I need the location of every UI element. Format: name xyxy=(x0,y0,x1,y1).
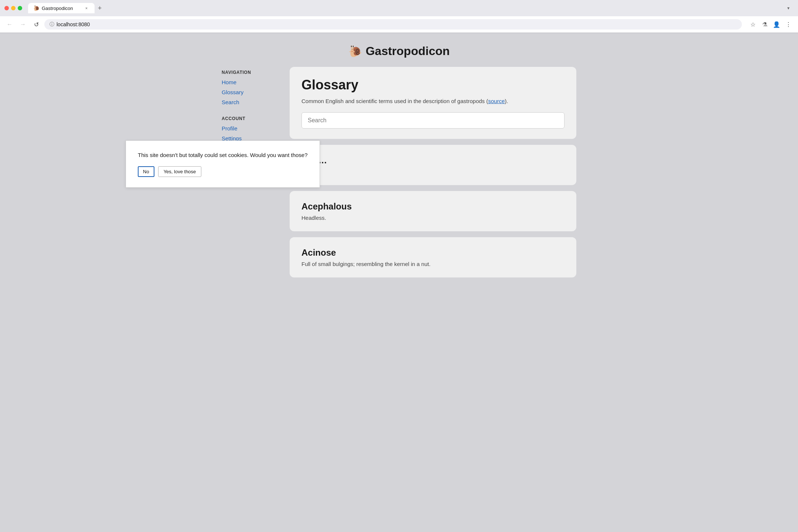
profile-button[interactable]: 👤 xyxy=(771,19,782,30)
tab-title: Gastropodicon xyxy=(42,6,73,11)
glossary-term: Aba… xyxy=(301,155,565,166)
experiments-button[interactable]: ⚗ xyxy=(760,19,770,30)
glossary-definition-acephalous: Headless. xyxy=(301,215,565,221)
browser-titlebar: 🐌 Gastropodicon × + ▾ xyxy=(0,0,798,16)
glossary-page-title: Glossary xyxy=(301,77,565,93)
url-input[interactable] xyxy=(57,21,737,27)
nav-section-account-label: ACCOUNT xyxy=(222,116,281,121)
source-link[interactable]: source xyxy=(488,98,505,104)
traffic-lights xyxy=(4,6,22,10)
snail-icon: 🐌 xyxy=(348,45,362,58)
tab-close-icon[interactable]: × xyxy=(83,5,89,11)
new-tab-button[interactable]: + xyxy=(95,3,105,13)
sidebar-item-home[interactable]: Home xyxy=(222,77,281,87)
nav-section-account: ACCOUNT Profile Settings xyxy=(222,116,281,143)
tab-favicon: 🐌 xyxy=(33,5,40,11)
sidebar-item-profile[interactable]: Profile xyxy=(222,123,281,133)
reload-button[interactable]: ↺ xyxy=(31,19,41,30)
nav-section-navigation-label: NAVIGATION xyxy=(222,70,281,75)
tab-dropdown-button[interactable]: ▾ xyxy=(783,3,794,13)
glossary-definition-acinose: Full of small bulgings; resembling the k… xyxy=(301,261,565,267)
glossary-header-card: Glossary Common English and scientific t… xyxy=(290,67,576,139)
glossary-entry-card-acinose: Acinose Full of small bulgings; resembli… xyxy=(290,237,576,277)
glossary-description-text: Common English and scientific terms used… xyxy=(301,98,488,104)
cookie-yes-button[interactable]: Yes, love those xyxy=(158,166,202,177)
site-name: Gastropodicon xyxy=(366,44,450,58)
active-tab[interactable]: 🐌 Gastropodicon × xyxy=(28,3,95,13)
cookie-no-button[interactable]: No xyxy=(138,166,154,177)
nav-section-navigation: NAVIGATION Home Glossary Search xyxy=(222,70,281,107)
sidebar-item-search[interactable]: Search xyxy=(222,97,281,107)
glossary-search-input[interactable] xyxy=(301,112,565,129)
site-title: 🐌 Gastropodicon xyxy=(222,44,576,58)
sidebar-item-glossary[interactable]: Glossary xyxy=(222,87,281,97)
maximize-button[interactable] xyxy=(18,6,22,10)
site-header: 🐌 Gastropodicon xyxy=(222,44,576,58)
minimize-button[interactable] xyxy=(11,6,16,10)
glossary-term-acephalous: Acephalous xyxy=(301,201,565,212)
address-bar[interactable]: ⓘ xyxy=(44,19,742,30)
glossary-term-acinose: Acinose xyxy=(301,248,565,258)
tab-bar: 🐌 Gastropodicon × + ▾ xyxy=(28,3,794,13)
menu-button[interactable]: ⋮ xyxy=(783,19,794,30)
back-button[interactable]: ← xyxy=(4,19,15,30)
glossary-entry-card: Aba… Away… xyxy=(290,145,576,185)
bookmark-button[interactable]: ☆ xyxy=(748,19,758,30)
browser-chrome: 🐌 Gastropodicon × + ▾ ← → ↺ ⓘ ☆ ⚗ 👤 ⋮ xyxy=(0,0,798,33)
close-button[interactable] xyxy=(4,6,9,10)
cookie-dialog: This site doesn't but totally could set … xyxy=(126,140,320,188)
forward-button[interactable]: → xyxy=(18,19,28,30)
cookie-buttons: No Yes, love those xyxy=(138,166,308,177)
main-content: Glossary Common English and scientific t… xyxy=(290,67,576,283)
glossary-entry-card-acephalous: Acephalous Headless. xyxy=(290,191,576,231)
browser-toolbar: ← → ↺ ⓘ ☆ ⚗ 👤 ⋮ xyxy=(0,16,798,33)
cookie-message: This site doesn't but totally could set … xyxy=(138,151,308,160)
page-content: 🐌 Gastropodicon NAVIGATION Home Glossary… xyxy=(0,33,798,532)
glossary-description: Common English and scientific terms used… xyxy=(301,97,565,106)
glossary-definition: Away… xyxy=(301,168,565,175)
glossary-description-end: ). xyxy=(505,98,508,104)
address-security-icon: ⓘ xyxy=(50,21,54,28)
toolbar-actions: ☆ ⚗ 👤 ⋮ xyxy=(748,19,794,30)
